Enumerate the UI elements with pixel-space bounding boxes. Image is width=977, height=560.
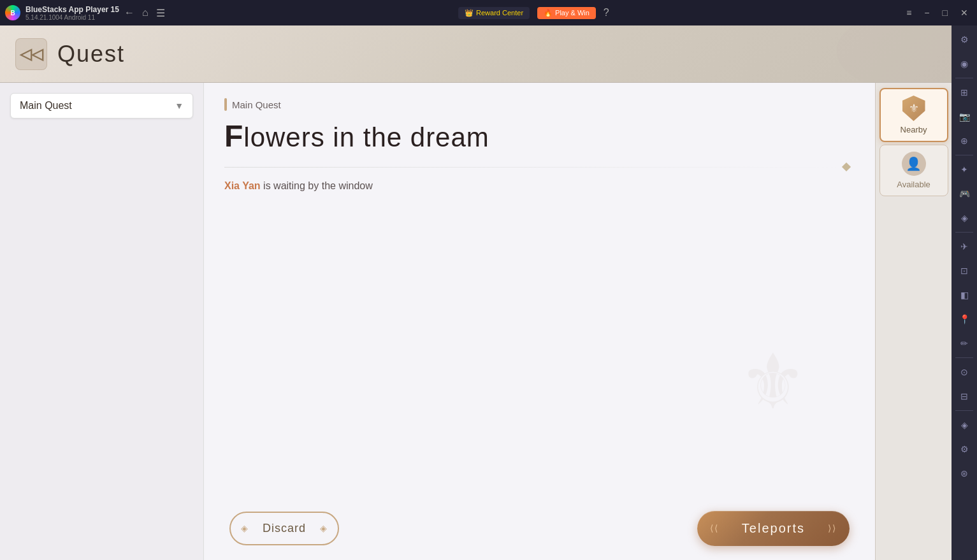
quest-divider	[224, 164, 855, 170]
play-win-label: Play & Win	[555, 9, 590, 17]
quest-type-selector[interactable]: Main Quest ▼	[10, 93, 193, 118]
divider-diamond-icon	[842, 162, 851, 171]
title-bar-center: 👑 Reward Center 🔥 Play & Win ?	[458, 7, 609, 19]
teleports-button[interactable]: Teleports	[697, 511, 850, 546]
reward-center-label: Reward Center	[476, 9, 523, 17]
home-nav-icon[interactable]: ⌂	[142, 7, 148, 18]
close-btn[interactable]: ✕	[957, 6, 972, 19]
bs-divider-2	[955, 155, 973, 155]
bs-tool-11[interactable]: 📍	[953, 308, 976, 331]
app-version: 5.14.21.1004 Android 11	[25, 14, 119, 21]
quest-npc-description: Xia Yan is waiting by the window	[224, 180, 855, 192]
quest-name-first-letter: F	[224, 119, 243, 153]
title-bar-nav: ← ⌂ ☰	[124, 7, 165, 19]
discard-button[interactable]: Discard	[229, 512, 339, 545]
quest-back-button[interactable]: ◁◁	[15, 38, 47, 70]
title-bar: B BlueStacks App Player 15 5.14.21.1004 …	[0, 0, 977, 25]
reward-icon: 👑	[465, 9, 474, 17]
quest-bottom-bar: Discard Teleports	[204, 496, 875, 560]
shield-shape: ⚜	[902, 96, 925, 121]
menu-nav-icon[interactable]: ☰	[156, 7, 165, 19]
bs-divider-5	[955, 410, 973, 411]
quest-header: ◁◁ Quest	[0, 25, 952, 83]
bs-divider-3	[955, 232, 973, 233]
quest-category-label: Main Quest	[224, 98, 855, 111]
quest-content: Main Quest Flowers in the dream Xia Yan	[204, 83, 875, 560]
play-win-button[interactable]: 🔥 Play & Win	[537, 7, 596, 19]
bs-tool-4[interactable]: ⊕	[953, 129, 976, 152]
minimize-btn[interactable]: −	[920, 6, 933, 19]
nearby-card[interactable]: ⚜ Nearby	[879, 88, 948, 142]
bs-tool-12[interactable]: ✏	[953, 332, 976, 355]
bs-tool-8[interactable]: ✈	[953, 235, 976, 258]
bs-tool-14[interactable]: ⊟	[953, 385, 976, 408]
quest-detail-area: Main Quest Flowers in the dream Xia Yan	[204, 83, 875, 496]
app-area: ◁◁ Quest Main Quest ▼ Main Quest	[0, 25, 952, 560]
quest-npc-name: Xia Yan	[224, 180, 261, 191]
dropdown-arrow-icon: ▼	[175, 101, 184, 111]
available-label: Available	[897, 180, 930, 189]
settings-win-btn[interactable]: ≡	[902, 6, 915, 19]
bs-tool-15[interactable]: ◈	[953, 413, 976, 436]
bs-tool-17[interactable]: ⊛	[953, 462, 976, 485]
title-bar-left: B BlueStacks App Player 15 5.14.21.1004 …	[5, 5, 165, 21]
quest-title: Quest	[57, 41, 125, 68]
app-info: BlueStacks App Player 15 5.14.21.1004 An…	[25, 5, 119, 21]
bs-tool-16[interactable]: ⚙	[953, 438, 976, 461]
bs-divider-1	[955, 78, 973, 78]
reward-center-button[interactable]: 👑 Reward Center	[458, 7, 530, 19]
play-win-icon: 🔥	[544, 9, 553, 17]
quest-category-text: Main Quest	[232, 99, 281, 110]
nearby-panel: ⚜ Nearby 👤 Available	[875, 83, 952, 560]
bs-tool-5[interactable]: ✦	[953, 158, 976, 181]
quest-type-label: Main Quest	[20, 100, 72, 111]
title-bar-right: ≡ − □ ✕	[902, 6, 972, 19]
nearby-shield-icon: ⚜	[901, 96, 927, 121]
quest-left-panel: Main Quest ▼	[0, 83, 204, 560]
back-arrow-icon: ◁◁	[20, 45, 43, 63]
bs-tool-1[interactable]: ◉	[953, 52, 976, 75]
bs-tool-3[interactable]: 📷	[953, 105, 976, 128]
quest-npc-action: is waiting by the window	[263, 180, 373, 191]
category-bar-decoration	[224, 98, 227, 111]
nearby-label: Nearby	[901, 125, 927, 134]
bs-tool-0[interactable]: ⚙	[953, 28, 976, 51]
bs-sidebar: ⚙ ◉ ⊞ 📷 ⊕ ✦ 🎮 ◈ ✈ ⊡ ◧ 📍 ✏ ⊙ ⊟ ◈ ⚙ ⊛	[952, 25, 977, 560]
bs-divider-4	[955, 357, 973, 358]
back-nav-icon[interactable]: ←	[124, 7, 134, 18]
available-card[interactable]: 👤 Available	[879, 145, 948, 196]
bs-tool-2[interactable]: ⊞	[953, 81, 976, 104]
divider-line-left	[224, 167, 838, 168]
watermark-decoration: ⚜	[709, 318, 837, 445]
quest-name-rest: lowers in the dream	[243, 122, 489, 152]
bs-tool-10[interactable]: ◧	[953, 284, 976, 306]
bs-tool-13[interactable]: ⊙	[953, 361, 976, 384]
quest-body: Main Quest ▼ Main Quest Flowers in the d…	[0, 83, 952, 560]
help-icon[interactable]: ?	[604, 7, 609, 18]
app-name: BlueStacks App Player 15	[25, 5, 119, 14]
quest-name-heading: Flowers in the dream	[224, 118, 855, 154]
bs-tool-9[interactable]: ⊡	[953, 259, 976, 282]
bluestacks-logo: B	[5, 5, 20, 20]
bs-tool-7[interactable]: ◈	[953, 206, 976, 229]
main-container: ◁◁ Quest Main Quest ▼ Main Quest	[0, 25, 977, 560]
available-icon: 👤	[902, 152, 926, 176]
bs-tool-6[interactable]: 🎮	[953, 182, 976, 205]
restore-btn[interactable]: □	[939, 6, 952, 19]
watermark-icon: ⚜	[739, 338, 807, 426]
